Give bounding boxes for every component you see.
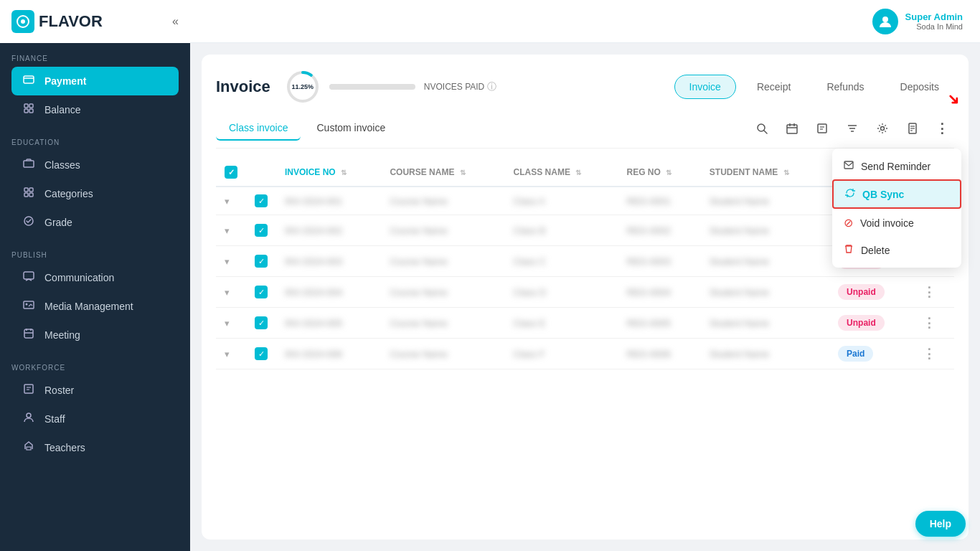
col-invoice-no: INVOICE NO ⇅ [276,159,381,187]
sort-icon-invoice[interactable]: ⇅ [341,169,347,176]
student-name-cell: Student Name [710,256,769,267]
row-expand[interactable]: ▾ [225,196,230,207]
row-expand[interactable]: ▾ [225,256,230,267]
sidebar-item-media[interactable]: Media Management [11,292,179,321]
row-expand[interactable]: ▾ [225,287,230,298]
row-checkbox[interactable]: ✓ [255,194,268,207]
document-icon-btn[interactable] [901,117,924,140]
settings-icon-btn[interactable] [871,117,894,140]
svg-rect-12 [29,193,33,197]
svg-line-30 [764,131,767,133]
tab-refunds[interactable]: Refunds [811,75,879,99]
svg-rect-4 [24,104,28,108]
stat-pct: 11.25% [292,83,314,90]
section-label-workforce: WORKFORCE [11,364,179,372]
sidebar-item-staff[interactable]: Staff [11,405,179,433]
sub-tab-class-invoice[interactable]: Class invoice [216,116,301,141]
student-name-cell: Student Name [710,349,769,359]
svg-rect-25 [27,447,31,450]
dropdown-delete[interactable]: Delete [832,237,961,263]
toolbar-icons: ➜ [750,117,954,140]
sort-icon-class[interactable]: ⇅ [575,169,581,176]
row-more-btn[interactable]: ⋮ [923,316,936,330]
invoice-tabs: Invoice Receipt Refunds Deposits [674,75,954,99]
sidebar-item-classes[interactable]: Classes [11,151,179,179]
more-options-btn[interactable]: ⋮ [931,117,954,140]
sidebar-item-roster[interactable]: Roster [11,376,179,405]
teachers-icon [22,441,36,455]
table-row: ▾ ✓ INV-2024-006 Course Name Class F REG… [216,339,954,369]
stat-bar [329,84,415,90]
sub-tab-custom-invoice[interactable]: Custom invoice [303,116,398,141]
row-checkbox[interactable]: ✓ [255,316,268,329]
row-expand[interactable]: ▾ [225,349,230,359]
calendar-icon-btn[interactable] [781,117,804,140]
row-checkbox[interactable]: ✓ [255,224,268,237]
sort-icon-reg[interactable]: ⇅ [666,169,672,176]
svg-rect-8 [24,161,34,167]
logo: FLAVOR [11,10,103,33]
course-name-cell: Course Name [390,318,447,329]
course-name-cell: Course Name [390,287,447,298]
sub-tabs-row: Class invoice Custom invoice ➜ [216,116,954,149]
select-all-checkbox[interactable]: ✓ [225,166,237,179]
sort-icon-student[interactable]: ⇅ [783,169,789,176]
invoice-title-group: Invoice 11.25% NV [216,69,496,105]
tab-invoice[interactable]: Invoice [674,75,736,99]
svg-rect-17 [24,329,33,338]
invoice-no-cell: INV-2024-003 [285,256,342,267]
section-label-publish: PUBLISH [11,251,179,259]
row-more-btn[interactable]: ⋮ [923,347,936,361]
sidebar-item-teachers[interactable]: Teachers [11,433,179,462]
help-button[interactable]: Help [915,511,966,537]
sub-tab-list: Class invoice Custom invoice [216,116,398,141]
svg-point-16 [26,303,28,306]
collapse-button[interactable]: « [172,15,179,28]
invoice-header: Invoice 11.25% NV [216,69,954,105]
communication-icon [22,270,36,285]
user-info: Super Admin Soda In Mind [872,9,963,34]
sort-icon-course[interactable]: ⇅ [460,169,466,176]
row-checkbox[interactable]: ✓ [255,255,268,268]
tab-deposits[interactable]: Deposits [885,75,954,99]
student-name-cell: Student Name [710,225,769,236]
sidebar-section-publish: PUBLISH Communication Media Management M… [0,240,190,352]
sidebar-item-payment[interactable]: Payment [11,67,179,95]
sidebar-item-grade[interactable]: Grade [11,208,179,237]
search-icon-btn[interactable] [750,117,773,140]
sidebar-item-communication[interactable]: Communication [11,263,179,292]
row-more-btn[interactable]: ⋮ [923,285,936,299]
qb-sync-label: QB Sync [862,189,904,200]
sidebar-item-balance-label: Balance [44,104,81,116]
dropdown-send-reminder[interactable]: Send Reminder [832,153,961,179]
meeting-icon [22,328,36,342]
export-icon-btn[interactable] [811,117,834,140]
filter-icon-btn[interactable] [841,117,864,140]
row-checkbox[interactable]: ✓ [255,286,268,298]
payment-icon [22,74,36,88]
class-name-cell: Class B [514,225,546,236]
info-icon: ⓘ [487,80,496,93]
svg-point-26 [882,17,888,22]
dropdown-qb-sync[interactable]: QB Sync [832,179,961,209]
svg-rect-2 [24,76,34,83]
row-expand[interactable]: ▾ [225,318,230,329]
invoice-no-cell: INV-2024-006 [285,349,342,359]
dropdown-void-invoice[interactable]: ⊘ Void invoice [832,209,961,237]
sidebar-item-payment-label: Payment [44,75,86,87]
avatar [872,9,898,34]
row-expand[interactable]: ▾ [225,225,230,236]
sidebar-item-meeting[interactable]: Meeting [11,321,179,349]
dropdown-menu: Send Reminder QB Sync ⊘ Void invoice [832,149,961,268]
logo-text: FLAVOR [39,12,103,31]
reg-no-cell: REG-0002 [627,225,671,236]
sidebar-section-finance: FINANCE Payment Balance [0,43,190,127]
student-name-cell: Student Name [710,287,769,298]
row-checkbox[interactable]: ✓ [255,347,268,360]
tab-receipt[interactable]: Receipt [742,75,806,99]
sidebar-item-balance[interactable]: Balance [11,95,179,124]
course-name-cell: Course Name [390,349,447,359]
course-name-cell: Course Name [390,196,447,207]
svg-point-1 [21,19,25,24]
sidebar-item-categories[interactable]: Categories [11,179,179,208]
